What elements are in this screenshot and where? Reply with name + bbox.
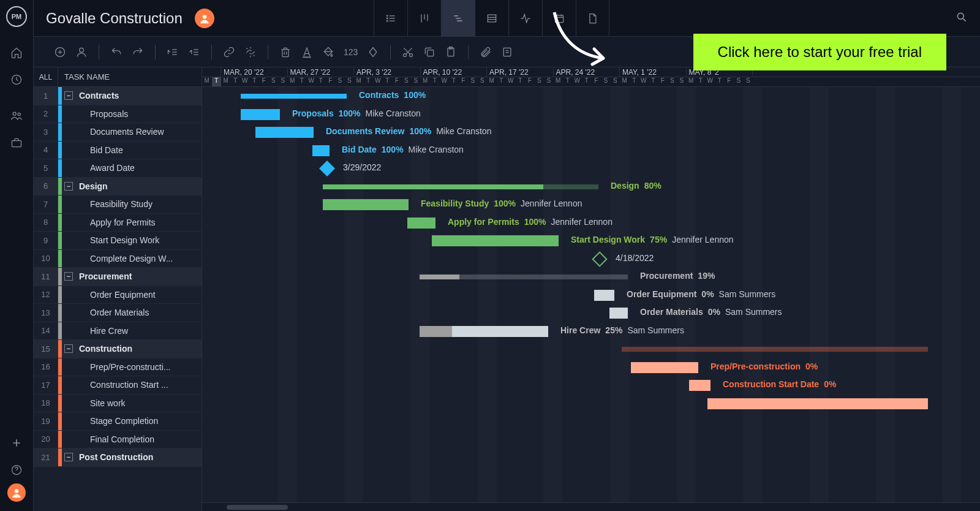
task-row[interactable]: 9 Start Design Work (34, 232, 202, 250)
view-board-icon[interactable] (407, 0, 441, 37)
gantt-row[interactable] (202, 449, 980, 467)
task-row[interactable]: 17 Construction Start ... (34, 376, 202, 395)
gantt-row[interactable]: Order Materials 0% Sam Summers (202, 304, 980, 322)
collapse-icon[interactable]: − (64, 453, 73, 461)
column-name-header[interactable]: TASK NAME (58, 67, 202, 86)
columns-icon[interactable]: 123 (344, 47, 358, 57)
summary-bar[interactable] (420, 274, 628, 279)
cut-icon[interactable] (402, 46, 414, 58)
task-row[interactable]: 3 Documents Review (34, 123, 202, 142)
gantt-row[interactable]: Order Equipment 0% Sam Summers (202, 286, 980, 305)
undo-icon[interactable] (110, 46, 123, 58)
gantt-row[interactable]: Hire Crew 25% Sam Summers (202, 322, 980, 341)
milestone-icon[interactable] (367, 46, 379, 58)
view-list-icon[interactable] (374, 0, 407, 37)
milestone-marker[interactable] (592, 251, 607, 267)
task-row[interactable]: 13 Order Materials (34, 304, 202, 322)
gantt-row[interactable]: Proposals 100% Mike Cranston (202, 105, 980, 124)
briefcase-icon[interactable] (0, 129, 33, 156)
gantt-row[interactable] (202, 340, 980, 358)
gantt-row[interactable] (202, 431, 980, 449)
task-bar[interactable] (707, 398, 928, 409)
text-style-icon[interactable] (301, 46, 313, 58)
collapse-icon[interactable]: − (64, 344, 73, 353)
gantt-body[interactable]: Contracts 100% Proposals 100% Mike Crans… (202, 87, 980, 502)
add-task-icon[interactable] (54, 46, 66, 58)
app-logo[interactable]: PM (6, 6, 27, 27)
task-row[interactable]: 11 − Procurement (34, 268, 202, 286)
add-icon[interactable] (0, 430, 33, 456)
copy-icon[interactable] (423, 46, 435, 58)
help-icon[interactable] (0, 456, 33, 483)
task-row[interactable]: 5 Award Date (34, 159, 202, 178)
task-bar[interactable] (255, 127, 314, 138)
gantt-row[interactable]: Design 80% (202, 178, 980, 196)
assign-icon[interactable] (75, 46, 88, 58)
task-bar[interactable] (432, 235, 559, 246)
summary-bar[interactable] (241, 94, 347, 99)
cta-free-trial-button[interactable]: Click here to start your free trial (693, 34, 946, 70)
horizontal-scrollbar[interactable] (202, 502, 980, 511)
attach-icon[interactable] (480, 46, 492, 58)
gantt-row[interactable]: Start Design Work 75% Jennifer Lennon (202, 232, 980, 250)
task-row[interactable]: 4 Bid Date (34, 142, 202, 160)
gantt-row[interactable]: 3/29/2022 (202, 159, 980, 178)
task-bar[interactable] (631, 362, 698, 373)
paste-icon[interactable] (445, 46, 457, 58)
gantt-row[interactable]: Prep/Pre-construction 0% (202, 358, 980, 377)
task-row[interactable]: 6 − Design (34, 178, 202, 196)
home-icon[interactable] (0, 39, 33, 66)
user-avatar[interactable] (7, 483, 26, 502)
view-activity-icon[interactable] (508, 0, 542, 37)
collapse-icon[interactable]: − (64, 182, 73, 191)
project-owner-avatar[interactable] (195, 9, 214, 28)
task-bar[interactable] (407, 218, 435, 229)
recent-icon[interactable] (0, 66, 33, 93)
task-bar[interactable] (594, 290, 614, 301)
note-icon[interactable] (501, 46, 513, 58)
delete-icon[interactable] (279, 46, 292, 58)
redo-icon[interactable] (132, 46, 144, 58)
gantt-row[interactable]: Contracts 100% (202, 87, 980, 105)
gantt-row[interactable]: Construction Start Date 0% (202, 376, 980, 395)
task-row[interactable]: 7 Feasibility Study (34, 195, 202, 214)
task-bar[interactable] (241, 109, 280, 120)
gantt-row[interactable] (202, 412, 980, 431)
task-row[interactable]: 18 Site work (34, 395, 202, 413)
search-icon[interactable] (956, 11, 968, 25)
task-row[interactable]: 20 Final Completion (34, 431, 202, 449)
gantt-row[interactable] (202, 395, 980, 413)
task-bar[interactable] (609, 308, 628, 319)
task-row[interactable]: 10 Complete Design W... (34, 250, 202, 268)
task-bar[interactable] (689, 380, 710, 391)
view-gantt-icon[interactable] (441, 0, 475, 37)
team-icon[interactable] (0, 102, 33, 129)
task-bar[interactable] (420, 326, 548, 337)
task-row[interactable]: 16 Prep/Pre-constructi... (34, 358, 202, 377)
collapse-icon[interactable]: − (64, 272, 73, 281)
view-file-icon[interactable] (576, 0, 609, 37)
task-row[interactable]: 15 − Construction (34, 340, 202, 358)
unlink-icon[interactable] (244, 46, 257, 58)
view-sheet-icon[interactable] (475, 0, 508, 37)
task-bar[interactable] (312, 145, 330, 156)
task-row[interactable]: 8 Apply for Permits (34, 214, 202, 232)
milestone-marker[interactable] (319, 161, 334, 176)
collapse-icon[interactable]: − (64, 91, 73, 100)
gantt-row[interactable]: 4/18/2022 (202, 250, 980, 268)
link-icon[interactable] (223, 46, 235, 58)
column-all-header[interactable]: ALL (34, 67, 58, 86)
task-row[interactable]: 1 − Contracts (34, 87, 202, 105)
fill-color-icon[interactable] (322, 46, 334, 58)
view-calendar-icon[interactable] (542, 0, 576, 37)
task-bar[interactable] (323, 199, 409, 210)
gantt-row[interactable]: Apply for Permits 100% Jennifer Lennon (202, 214, 980, 232)
gantt-row[interactable]: Procurement 19% (202, 268, 980, 286)
task-row[interactable]: 2 Proposals (34, 105, 202, 124)
task-row[interactable]: 12 Order Equipment (34, 286, 202, 305)
gantt-row[interactable]: Feasibility Study 100% Jennifer Lennon (202, 195, 980, 214)
outdent-icon[interactable] (167, 46, 179, 58)
task-row[interactable]: 19 Stage Completion (34, 412, 202, 431)
summary-bar[interactable] (323, 184, 598, 189)
scrollbar-thumb[interactable] (227, 505, 288, 510)
